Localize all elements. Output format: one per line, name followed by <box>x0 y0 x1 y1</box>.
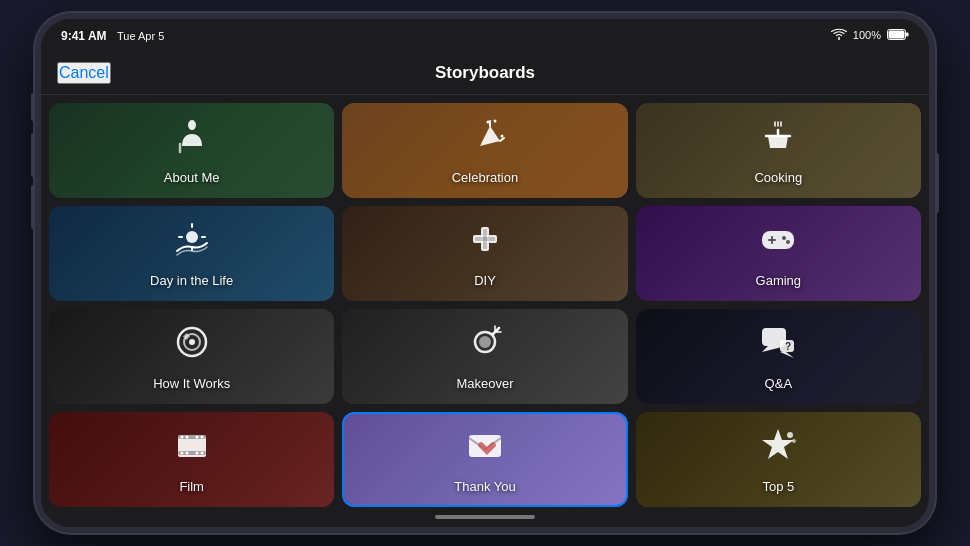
status-time-date: 9:41 AM Tue Apr 5 <box>61 26 164 44</box>
grid-item-cooking[interactable]: Cooking <box>636 103 921 198</box>
side-button-mute[interactable] <box>31 93 35 121</box>
thank-you-icon <box>465 425 505 473</box>
svg-marker-32 <box>780 352 794 358</box>
celebration-label: Celebration <box>452 170 519 185</box>
day-in-life-icon <box>172 219 212 267</box>
svg-rect-16 <box>475 237 495 241</box>
qa-label: Q&A <box>765 376 792 391</box>
svg-point-5 <box>486 121 489 124</box>
svg-text:?: ? <box>785 341 791 352</box>
home-bar <box>435 515 535 519</box>
celebration-content: Celebration <box>342 103 627 198</box>
side-button-power[interactable] <box>935 153 939 213</box>
svg-point-6 <box>500 135 503 138</box>
wifi-icon <box>831 28 847 42</box>
navigation-bar: Cancel Storyboards <box>41 51 929 95</box>
svg-point-37 <box>185 436 188 439</box>
cooking-icon <box>758 116 798 164</box>
home-indicator <box>41 507 929 527</box>
about-me-content: About Me <box>49 103 334 198</box>
diy-content: DIY <box>342 206 627 301</box>
svg-point-47 <box>792 439 796 443</box>
grid-item-diy[interactable]: DIY <box>342 206 627 301</box>
diy-label: DIY <box>474 273 496 288</box>
svg-point-40 <box>180 452 183 455</box>
grid-item-qa[interactable]: ? Q&A <box>636 309 921 404</box>
grid-item-film[interactable]: Film <box>49 412 334 507</box>
ipad-device: 9:41 AM Tue Apr 5 100% <box>35 13 935 533</box>
screen: 9:41 AM Tue Apr 5 100% <box>41 19 929 527</box>
how-it-works-icon <box>172 322 212 370</box>
gaming-label: Gaming <box>756 273 802 288</box>
top5-icon <box>758 425 798 473</box>
gaming-content: Gaming <box>636 206 921 301</box>
svg-point-21 <box>786 240 790 244</box>
qa-content: ? Q&A <box>636 309 921 404</box>
day-in-life-content: Day in the Life <box>49 206 334 301</box>
svg-rect-17 <box>762 231 794 249</box>
battery-icon <box>887 29 909 42</box>
gaming-icon <box>758 219 798 267</box>
grid-item-how-it-works[interactable]: How It Works <box>49 309 334 404</box>
svg-point-41 <box>185 452 188 455</box>
svg-point-7 <box>493 120 496 123</box>
svg-point-8 <box>186 231 198 243</box>
status-date: Tue Apr 5 <box>117 30 164 42</box>
side-button-volume-down[interactable] <box>31 185 35 229</box>
grid-item-day-in-life[interactable]: Day in the Life <box>49 206 334 301</box>
film-content: Film <box>49 412 334 507</box>
side-button-volume-up[interactable] <box>31 133 35 177</box>
grid-item-thank-you[interactable]: Thank You <box>342 412 627 507</box>
svg-rect-1 <box>889 30 905 38</box>
how-it-works-label: How It Works <box>153 376 230 391</box>
qa-icon: ? <box>758 322 798 370</box>
makeover-label: Makeover <box>456 376 513 391</box>
status-bar: 9:41 AM Tue Apr 5 100% <box>41 19 929 51</box>
battery-indicator: 100% <box>853 29 881 41</box>
how-it-works-content: How It Works <box>49 309 334 404</box>
svg-point-20 <box>782 236 786 240</box>
diy-icon <box>465 219 505 267</box>
celebration-icon <box>465 116 505 164</box>
storyboards-grid[interactable]: About Me Celebration Cooking <box>41 95 929 507</box>
about-me-label: About Me <box>164 170 220 185</box>
cooking-content: Cooking <box>636 103 921 198</box>
film-label: Film <box>179 479 204 494</box>
grid-item-makeover[interactable]: Makeover <box>342 309 627 404</box>
top5-label: Top 5 <box>762 479 794 494</box>
makeover-icon <box>465 322 505 370</box>
grid-item-celebration[interactable]: Celebration <box>342 103 627 198</box>
status-indicators: 100% <box>831 28 909 42</box>
svg-point-27 <box>479 336 491 348</box>
svg-point-42 <box>195 452 198 455</box>
svg-point-39 <box>200 436 203 439</box>
grid-item-about-me[interactable]: About Me <box>49 103 334 198</box>
svg-rect-2 <box>906 32 909 36</box>
status-time: 9:41 AM <box>61 29 107 43</box>
thank-you-content: Thank You <box>342 412 627 507</box>
thank-you-label: Thank You <box>454 479 515 494</box>
about-me-icon <box>172 116 212 164</box>
svg-line-4 <box>500 138 504 141</box>
film-icon <box>172 425 212 473</box>
top5-content: Top 5 <box>636 412 921 507</box>
cooking-label: Cooking <box>754 170 802 185</box>
svg-point-36 <box>180 436 183 439</box>
grid-item-top5[interactable]: Top 5 <box>636 412 921 507</box>
svg-point-24 <box>189 339 195 345</box>
page-title: Storyboards <box>435 63 535 83</box>
grid-item-gaming[interactable]: Gaming <box>636 206 921 301</box>
svg-point-46 <box>787 432 793 438</box>
svg-point-38 <box>195 436 198 439</box>
svg-point-43 <box>200 452 203 455</box>
day-in-life-label: Day in the Life <box>150 273 233 288</box>
makeover-content: Makeover <box>342 309 627 404</box>
cancel-button[interactable]: Cancel <box>57 62 111 84</box>
